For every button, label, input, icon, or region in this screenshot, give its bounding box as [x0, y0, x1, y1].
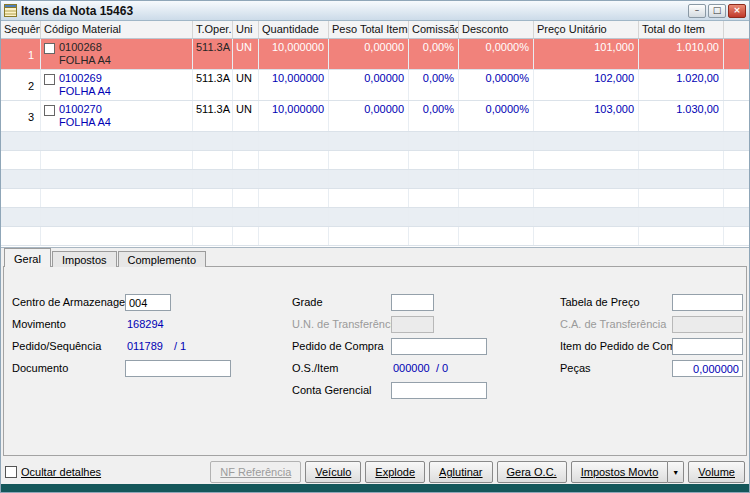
volume-button[interactable]: Volume — [688, 461, 745, 483]
ocultar-detalhes-checkbox-row[interactable]: Ocultar detalhes — [5, 466, 101, 478]
cell-quantidade: 10,000000 — [259, 39, 329, 69]
tab-geral[interactable]: Geral — [4, 248, 51, 267]
cell-comissao: 0,00% — [409, 101, 459, 131]
movimento-label: Movimento — [12, 318, 66, 330]
column-header-preco-unitario[interactable]: Preço Unitário — [534, 21, 639, 38]
chevron-down-icon: ▼ — [672, 469, 679, 476]
pedido-sequencia-value: 011789 — [127, 340, 163, 352]
table-row[interactable]: 3 0100270 FOLHA A4 511.3A UN 10,000000 0… — [1, 101, 749, 132]
row-sequence: 1 — [1, 39, 41, 69]
minimize-button[interactable]: – — [688, 4, 706, 18]
row-sequence: 2 — [1, 70, 41, 100]
item-pedido-compra-input[interactable] — [672, 338, 743, 355]
row-checkbox[interactable] — [44, 74, 55, 85]
conta-gerencial-input[interactable] — [391, 382, 487, 399]
pedido-sequencia-label: Pedido/Sequência — [12, 340, 101, 352]
cell-preco: 101,000 — [534, 39, 639, 69]
tabela-preco-label: Tabela de Preço — [560, 296, 640, 308]
ca-transferencia-input — [672, 316, 743, 333]
column-header-total-item[interactable]: Total do Item — [639, 21, 724, 38]
cell-quantidade: 10,000000 — [259, 70, 329, 100]
movimento-value: 168294 — [127, 318, 164, 330]
close-button[interactable]: × — [728, 4, 746, 18]
explode-button[interactable]: Explode — [365, 461, 425, 483]
tabela-preco-input[interactable] — [672, 294, 743, 311]
cell-preco: 103,000 — [534, 101, 639, 131]
column-header-codigo-material[interactable]: Código Material — [41, 21, 193, 38]
window-icon — [4, 4, 17, 17]
empty-row[interactable] — [1, 227, 749, 246]
column-header-comissao[interactable]: Comissão — [409, 21, 459, 38]
ocultar-detalhes-label: Ocultar detalhes — [21, 466, 101, 478]
column-header-sequencia[interactable]: Sequência — [1, 21, 41, 38]
row-checkbox[interactable] — [44, 105, 55, 116]
maximize-button[interactable]: □ — [708, 4, 726, 18]
documento-input[interactable] — [125, 360, 231, 377]
table-row[interactable]: 1 0100268 FOLHA A4 511.3A UN 10,000000 0… — [1, 39, 749, 70]
empty-row[interactable] — [1, 170, 749, 189]
gera-oc-button[interactable]: Gera O.C. — [497, 461, 567, 483]
tab-impostos[interactable]: Impostos — [52, 251, 117, 267]
material-name: FOLHA A4 — [59, 54, 111, 67]
geral-panel: Centro de Armazenagem Movimento 168294 P… — [3, 266, 747, 456]
material-name: FOLHA A4 — [59, 116, 111, 129]
column-header-desconto[interactable]: Desconto — [459, 21, 534, 38]
cell-toper: 511.3A — [193, 39, 233, 69]
column-header-uni[interactable]: Uni — [233, 21, 259, 38]
footer-bar: Ocultar detalhes NF Referência Veículo E… — [1, 458, 749, 486]
nf-referencia-button: NF Referência — [210, 461, 301, 483]
impostos-movto-dropdown-button[interactable]: ▼ — [668, 461, 684, 483]
pecas-label: Peças — [560, 362, 591, 374]
cell-peso: 0,00000 — [329, 39, 409, 69]
cell-total: 1.010,00 — [639, 39, 724, 69]
empty-row[interactable] — [1, 189, 749, 208]
centro-armazenagem-input[interactable] — [125, 294, 171, 311]
grade-input[interactable] — [391, 294, 434, 311]
cell-uni: UN — [233, 70, 259, 100]
conta-gerencial-label: Conta Gerencial — [292, 384, 372, 396]
material-name: FOLHA A4 — [59, 85, 111, 98]
cell-desconto: 0,0000% — [459, 101, 534, 131]
pedido-compra-input[interactable] — [391, 338, 487, 355]
material-code: 0100269 — [59, 72, 111, 85]
column-header-peso-total[interactable]: Peso Total Item — [329, 21, 409, 38]
impostos-movto-button[interactable]: Impostos Movto — [571, 461, 669, 483]
pecas-input[interactable] — [672, 360, 743, 377]
window-title: Itens da Nota 15463 — [21, 4, 684, 18]
aglutinar-button[interactable]: Aglutinar — [429, 461, 492, 483]
cell-comissao: 0,00% — [409, 70, 459, 100]
cell-uni: UN — [233, 101, 259, 131]
column-header-quantidade[interactable]: Quantidade — [259, 21, 329, 38]
items-da-nota-window: Itens da Nota 15463 – □ × Sequência Códi… — [0, 0, 750, 493]
row-checkbox[interactable] — [44, 43, 55, 54]
cell-desconto: 0,0000% — [459, 39, 534, 69]
table-row[interactable]: 2 0100269 FOLHA A4 511.3A UN 10,000000 0… — [1, 70, 749, 101]
veiculo-button[interactable]: Veículo — [305, 461, 361, 483]
ca-transferencia-label: C.A. de Transferência — [560, 318, 666, 330]
detail-tabs: Geral Impostos Complemento — [4, 248, 207, 267]
cell-preco: 102,000 — [534, 70, 639, 100]
column-header-filler — [724, 21, 749, 38]
cell-peso: 0,00000 — [329, 70, 409, 100]
cell-total: 1.020,00 — [639, 70, 724, 100]
un-transferencia-input — [391, 316, 434, 333]
column-header-toper[interactable]: T.Oper. — [193, 21, 233, 38]
material-code: 0100270 — [59, 103, 111, 116]
os-item-value2: / 0 — [436, 362, 448, 374]
cell-peso: 0,00000 — [329, 101, 409, 131]
os-item-value: 000000 — [393, 362, 430, 374]
empty-row[interactable] — [1, 132, 749, 151]
grid-header: Sequência Código Material T.Oper. Uni Qu… — [1, 21, 749, 39]
empty-row[interactable] — [1, 208, 749, 227]
grade-label: Grade — [292, 296, 323, 308]
pedido-compra-label: Pedido de Compra — [292, 340, 384, 352]
un-transferencia-label: U.N. de Transferência — [292, 318, 399, 330]
cell-quantidade: 10,000000 — [259, 101, 329, 131]
cell-uni: UN — [233, 39, 259, 69]
material-code: 0100268 — [59, 41, 111, 54]
empty-row[interactable] — [1, 151, 749, 170]
tab-complemento[interactable]: Complemento — [118, 251, 206, 267]
cell-desconto: 0,0000% — [459, 70, 534, 100]
ocultar-detalhes-checkbox[interactable] — [5, 466, 17, 478]
titlebar: Itens da Nota 15463 – □ × — [1, 1, 749, 21]
